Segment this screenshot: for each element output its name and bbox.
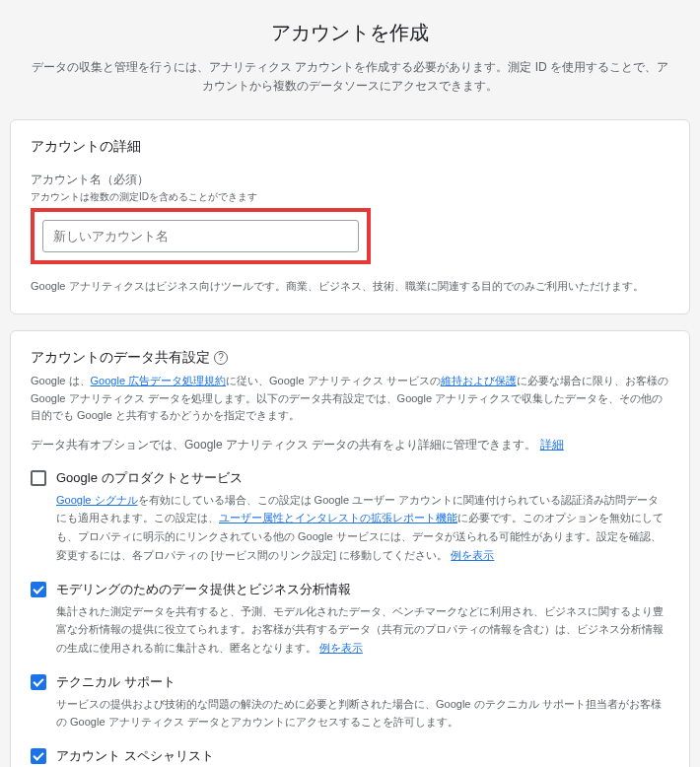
option-title: テクニカル サポート [56, 673, 669, 691]
user-interest-report-link[interactable]: ユーザー属性とインタレストの拡張レポート機能 [219, 512, 457, 523]
checkbox-products-services[interactable] [31, 470, 46, 486]
option-products-services: Google のプロダクトとサービス Google シグナルを有効にしている場合… [31, 469, 669, 565]
sharing-section-desc: Google は、Google 広告データ処理規約に従い、Google アナリテ… [31, 373, 669, 425]
help-icon[interactable]: ? [214, 351, 228, 365]
option-title: モデリングのためのデータ提供とビジネス分析情報 [56, 581, 669, 598]
sharing-intro: データ共有オプションでは、Google アナリティクス データの共有をより詳細に… [31, 437, 669, 453]
option-account-specialist: アカウント スペシャリスト Google のセールスのスペシャリストに Goog… [31, 747, 669, 767]
account-name-input[interactable] [42, 220, 359, 252]
example-link[interactable]: 例を表示 [451, 549, 494, 561]
option-title: Google のプロダクトとサービス [56, 469, 669, 487]
sharing-title-text: アカウントのデータ共有設定 [31, 349, 210, 367]
option-tech-support: テクニカル サポート サービスの提供および技術的な問題の解決のために必要と判断さ… [31, 673, 669, 732]
account-name-label: アカウント名（必須） [31, 172, 669, 188]
checkbox-modeling[interactable] [31, 582, 46, 597]
option-title: アカウント スペシャリスト [56, 747, 669, 765]
option-modeling: モデリングのためのデータ提供とビジネス分析情報 集計された測定データを共有すると… [31, 581, 669, 658]
ads-data-terms-link[interactable]: Google 広告データ処理規約 [91, 375, 227, 386]
checkbox-tech-support[interactable] [31, 674, 46, 690]
example-link[interactable]: 例を表示 [319, 642, 363, 654]
account-name-hint: アカウントは複数の測定IDを含めることができます [31, 190, 669, 204]
option-desc: 集計された測定データを共有すると、予測、モデル化されたデータ、ベンチマークなどに… [56, 602, 669, 658]
account-details-note: Google アナリティクスはビジネス向けツールです。商業、ビジネス、技術、職業… [31, 278, 669, 296]
page-subtitle: データの収集と管理を行うには、アナリティクス アカウントを作成する必要があります… [10, 58, 690, 96]
option-desc: サービスの提供および技術的な問題の解決のために必要と判断された場合に、Googl… [56, 695, 669, 732]
sharing-section-title: アカウントのデータ共有設定 ? [31, 349, 669, 367]
maintain-protect-link[interactable]: 維持および保護 [441, 375, 517, 386]
sharing-details-link[interactable]: 詳細 [540, 438, 564, 452]
account-name-highlight [31, 208, 371, 264]
data-sharing-card: アカウントのデータ共有設定 ? Google は、Google 広告データ処理規… [10, 330, 690, 767]
checkbox-account-specialist[interactable] [31, 748, 46, 764]
google-signals-link[interactable]: Google シグナル [56, 494, 138, 506]
page-title: アカウントを作成 [10, 20, 690, 46]
account-details-card: アカウントの詳細 アカウント名（必須） アカウントは複数の測定IDを含めることが… [10, 119, 690, 314]
card-title-details: アカウントの詳細 [31, 138, 669, 156]
option-desc: Google シグナルを有効にしている場合、この設定は Google ユーザー … [56, 491, 669, 565]
